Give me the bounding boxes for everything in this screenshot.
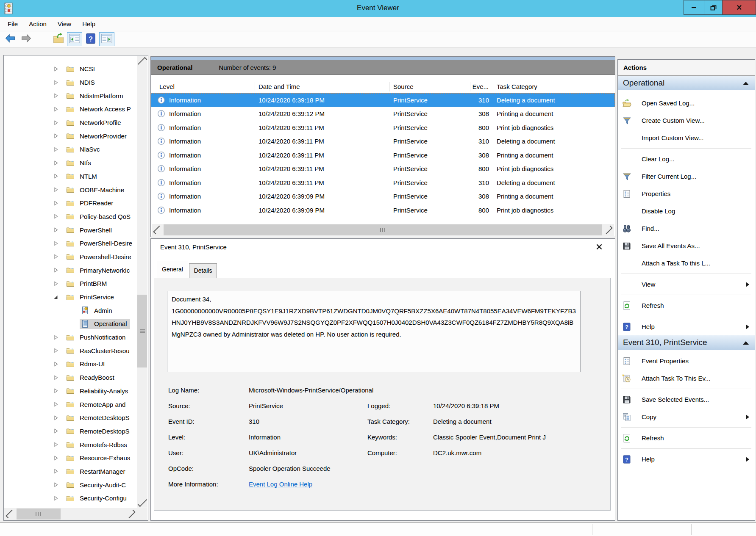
expander-collapsed-icon[interactable] (53, 160, 61, 166)
expander-collapsed-icon[interactable] (53, 334, 61, 341)
tree-item[interactable]: RestartManager (4, 465, 137, 478)
scrollbar-thumb[interactable] (17, 508, 61, 519)
minimize-button[interactable] (684, 0, 704, 15)
column-header-source[interactable]: Source (390, 82, 470, 91)
tree-item[interactable]: Rdms-UI (4, 357, 137, 371)
expander-collapsed-icon[interactable] (53, 401, 61, 408)
expander-collapsed-icon[interactable] (53, 455, 61, 461)
toolbar-button[interactable] (35, 32, 50, 46)
expander-collapsed-icon[interactable] (53, 227, 61, 233)
tab-general[interactable]: General (157, 261, 188, 278)
tree-item[interactable]: OOBE-Machine (4, 183, 137, 196)
action-item[interactable]: Attach a Task To this L... (618, 254, 755, 272)
action-item[interactable]: Copy (618, 408, 755, 425)
actions-section-header-operational[interactable]: Operational (618, 76, 755, 90)
tree-item[interactable]: ReadyBoost (4, 371, 137, 384)
expander-collapsed-icon[interactable] (53, 280, 61, 287)
action-item[interactable] (618, 425, 755, 429)
scroll-right-arrow[interactable] (604, 224, 614, 236)
action-item[interactable]: Find... (618, 220, 755, 237)
event-description[interactable]: Document 34, 1G00000000000VR00005P8EQSY1… (167, 291, 581, 372)
expander-collapsed-icon[interactable] (53, 200, 61, 207)
expander-collapsed-icon[interactable] (53, 92, 61, 99)
tree-item[interactable]: RasClusterResou (4, 344, 137, 357)
expander-icon[interactable] (67, 320, 75, 327)
tree-item[interactable]: NDIS (4, 76, 137, 89)
tree-item[interactable]: NlaSvc (4, 143, 137, 156)
expander-collapsed-icon[interactable] (53, 133, 61, 139)
action-item[interactable]: Filter Current Log... (618, 168, 755, 185)
action-item[interactable]: Create Custom View... (618, 112, 755, 129)
action-item[interactable] (618, 314, 755, 318)
tree-item[interactable]: NCSI (4, 62, 137, 76)
expander-collapsed-icon[interactable] (53, 66, 61, 72)
action-item[interactable]: Disable Log (618, 202, 755, 220)
tree-item[interactable]: Resource-Exhaus (4, 451, 137, 465)
menu-item[interactable]: Action (23, 17, 52, 31)
scrollbar-thumb[interactable] (137, 295, 147, 367)
action-item[interactable]: ? Help (618, 450, 755, 468)
expander-expanded-icon[interactable] (53, 294, 61, 301)
scroll-left-arrow[interactable] (152, 224, 162, 236)
expander-collapsed-icon[interactable] (53, 253, 61, 260)
tree-item[interactable]: Remotefs-Rdbss (4, 438, 137, 451)
tree-item[interactable]: Policy-based QoS (4, 210, 137, 224)
event-row[interactable]: Information 10/24/2020 6:39:11 PM PrintS… (151, 148, 615, 162)
event-row[interactable]: Information 10/24/2020 6:39:11 PM PrintS… (151, 135, 615, 149)
toolbar-button[interactable] (99, 32, 114, 46)
action-item[interactable]: Refresh (618, 429, 755, 447)
scroll-down-arrow[interactable] (137, 497, 147, 508)
action-item[interactable] (618, 293, 755, 297)
tree-item[interactable]: RemoteDesktopS (4, 425, 137, 438)
tab-details[interactable]: Details (189, 263, 217, 278)
expander-collapsed-icon[interactable] (53, 267, 61, 274)
expander-collapsed-icon[interactable] (53, 79, 61, 86)
expander-collapsed-icon[interactable] (53, 106, 61, 113)
expander-collapsed-icon[interactable] (53, 119, 61, 126)
action-item[interactable] (618, 447, 755, 450)
expander-collapsed-icon[interactable] (53, 146, 61, 153)
tree-vertical-scrollbar[interactable] (137, 56, 147, 508)
action-item[interactable]: Open Saved Log... (618, 94, 755, 112)
tree-item[interactable]: Network Access P (4, 102, 137, 116)
expander-collapsed-icon[interactable] (53, 441, 61, 448)
expander-collapsed-icon[interactable] (53, 361, 61, 367)
close-preview-icon[interactable] (595, 243, 603, 251)
tree-item[interactable]: PowerShell (4, 223, 137, 237)
scroll-left-arrow[interactable] (4, 508, 14, 520)
tree-item[interactable]: Ntfs (4, 156, 137, 170)
toolbar-button[interactable] (3, 32, 18, 46)
expander-collapsed-icon[interactable] (53, 186, 61, 193)
tree-item[interactable]: Security-Configu (4, 492, 137, 505)
action-item[interactable] (618, 387, 755, 391)
expander-collapsed-icon[interactable] (53, 347, 61, 354)
tree-item[interactable]: PushNotification (4, 331, 137, 344)
tree-item[interactable]: NTLM (4, 170, 137, 183)
menu-item[interactable]: File (2, 17, 23, 31)
collapse-section-icon[interactable] (743, 341, 749, 345)
event-row[interactable]: Information 10/24/2020 6:39:18 PM PrintS… (151, 93, 615, 107)
expander-collapsed-icon[interactable] (53, 213, 61, 220)
close-button[interactable] (723, 0, 756, 15)
expander-collapsed-icon[interactable] (53, 495, 61, 502)
expander-collapsed-icon[interactable] (53, 387, 61, 394)
event-row[interactable]: Information 10/24/2020 6:39:09 PM PrintS… (151, 190, 615, 204)
tree-item[interactable]: PDFReader (4, 196, 137, 210)
tree-item[interactable]: Security-Enterpri (4, 505, 137, 508)
events-horizontal-scrollbar[interactable] (152, 224, 614, 236)
action-item[interactable]: View (618, 276, 755, 293)
action-item[interactable]: Refresh (618, 297, 755, 314)
toolbar-button[interactable] (51, 32, 66, 46)
action-item[interactable]: ? Help (618, 318, 755, 335)
actions-section-header-event[interactable]: Event 310, PrintService (618, 335, 755, 350)
action-item[interactable] (618, 272, 755, 276)
scrollbar-thumb[interactable] (164, 224, 602, 235)
tree-item[interactable]: NdisImPlatform (4, 89, 137, 102)
event-row[interactable]: Information 10/24/2020 6:39:11 PM PrintS… (151, 162, 615, 176)
tree-item[interactable]: PowerShell-Desire (4, 237, 137, 250)
event-row[interactable]: Information 10/24/2020 6:39:12 PM PrintS… (151, 107, 615, 121)
event-row[interactable]: Information 10/24/2020 6:39:11 PM PrintS… (151, 176, 615, 190)
tree-item[interactable]: Powershell-Desire (4, 250, 137, 264)
tree-item[interactable]: Security-Audit-C (4, 478, 137, 492)
restore-button[interactable] (704, 0, 723, 15)
